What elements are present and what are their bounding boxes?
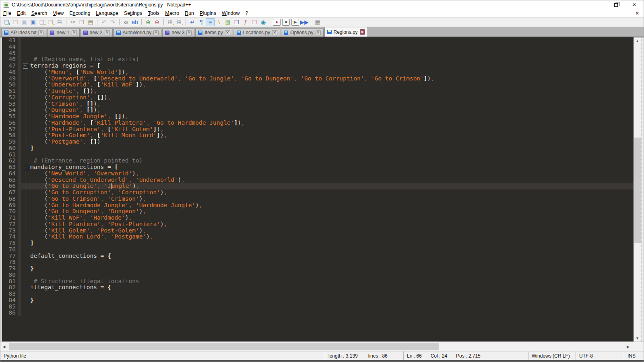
code-text[interactable]: [29, 304, 30, 310]
code-text[interactable]: [29, 37, 30, 44]
undo-icon[interactable]: ↶: [99, 18, 108, 26]
close-button[interactable]: ✕: [625, 0, 644, 9]
macro-save-icon[interactable]: ▦: [313, 18, 322, 26]
menu-window[interactable]: Window: [219, 10, 242, 17]
sync-vertical-icon[interactable]: ⊞▪: [166, 18, 175, 26]
code-text[interactable]: [29, 310, 30, 316]
code-text[interactable]: ('Go to Dungeon', 'Dungeon'),: [29, 208, 146, 215]
menu-view[interactable]: View: [50, 10, 66, 17]
code-text[interactable]: ('Go to Corruption', 'Corruption'),: [29, 189, 167, 196]
tab-close-icon[interactable]: ✕: [72, 30, 77, 35]
code-text[interactable]: ('Jungle', []),: [29, 88, 97, 95]
code-text[interactable]: [29, 44, 30, 50]
code-text[interactable]: [29, 291, 30, 297]
tab-close-icon[interactable]: ✕: [316, 30, 321, 35]
menu-settings[interactable]: Settings: [121, 10, 145, 17]
monitoring-icon[interactable]: ◉: [259, 18, 268, 26]
scroll-left-icon[interactable]: ◀: [0, 342, 8, 351]
code-text[interactable]: ('Kill Moon Lord', 'Postgame'),: [29, 234, 153, 240]
minimize-button[interactable]: —: [588, 0, 607, 9]
document-list-icon[interactable]: ❐: [232, 18, 241, 26]
macro-play-icon[interactable]: ▶: [291, 19, 299, 26]
menu-edit[interactable]: Edit: [14, 10, 29, 17]
code-text[interactable]: ('Overworld', ['Descend to Underworld', …: [29, 76, 434, 82]
fold-collapse-icon[interactable]: [21, 164, 29, 171]
code-text[interactable]: ('Kill Golem', 'Post-Golem'),: [29, 228, 146, 234]
status-insert-mode[interactable]: INS: [624, 352, 644, 360]
tab-close-icon[interactable]: ✕: [272, 30, 277, 35]
code-text[interactable]: terraria_regions = [: [29, 63, 101, 69]
horizontal-scroll-thumb[interactable]: [9, 343, 439, 350]
code-text[interactable]: mandatory_connections = [: [29, 164, 118, 171]
tab-ap-ideas.txt[interactable]: AP Ideas.txt✕: [1, 28, 46, 37]
folder-workspace-icon[interactable]: ❐: [250, 18, 259, 26]
code-text[interactable]: # (Region name, list of exits): [29, 56, 139, 63]
code-text[interactable]: ('Postgame', []): [29, 139, 101, 145]
zoom-out-icon[interactable]: ⊖: [153, 18, 161, 26]
indent-guide-icon[interactable]: ≡: [206, 18, 215, 26]
restore-button[interactable]: [607, 0, 625, 9]
scroll-right-icon[interactable]: ▶: [624, 342, 632, 351]
save-icon[interactable]: ▣: [20, 18, 29, 26]
tab-locations.py[interactable]: Locations.py✕: [234, 28, 280, 37]
define-language-icon[interactable]: ϟ: [215, 18, 223, 26]
code-text[interactable]: illegal_connections = {: [29, 284, 111, 291]
menu-encoding[interactable]: Encoding: [66, 10, 93, 17]
zoom-in-icon[interactable]: ⊕: [144, 18, 153, 26]
code-text[interactable]: ('Go to Jungle', 'Jungle'),: [29, 183, 634, 189]
code-text[interactable]: ('Kill Plantera', 'Post-Plantera'),: [29, 221, 167, 228]
cut-icon[interactable]: ✂: [68, 18, 77, 26]
tab-new-1[interactable]: new 1✕: [47, 28, 79, 37]
code-text[interactable]: # Structure: illegal locations: [29, 278, 139, 285]
vertical-scrollbar[interactable]: ▲ ▼: [634, 37, 641, 341]
menu-search[interactable]: Search: [29, 10, 50, 17]
close-icon[interactable]: ❏−: [37, 18, 46, 26]
code-text[interactable]: ('Post-Plantera', ['Kill Golem']),: [29, 126, 164, 133]
document-close-icon[interactable]: ✕: [634, 10, 640, 16]
tab-new-2[interactable]: new 2✕: [80, 28, 113, 37]
code-text[interactable]: ('Kill WoF', 'Hardmode'),: [29, 215, 132, 221]
tab-close-icon[interactable]: ✕: [38, 30, 43, 35]
tab-close-icon[interactable]: ✕: [105, 30, 110, 35]
menu-tools[interactable]: Tools: [145, 10, 162, 17]
code-text[interactable]: [29, 50, 30, 57]
code-text[interactable]: ('Crimson', []),: [29, 101, 101, 107]
menu-macro[interactable]: Macro: [162, 10, 182, 17]
code-editor[interactable]: 43444546 # (Region name, list of exits)4…: [2, 37, 634, 341]
code-text[interactable]: ('Post-Golem', ['Kill Moon Lord']),: [29, 132, 167, 139]
menu-file[interactable]: File: [0, 10, 14, 17]
tab-new-3[interactable]: new 3✕: [162, 28, 194, 37]
scroll-down-icon[interactable]: ▼: [634, 335, 641, 341]
tab-autoworld.py[interactable]: AutoWorld.py✕: [114, 28, 162, 37]
code-text[interactable]: [29, 272, 30, 278]
menu-run[interactable]: Run: [182, 10, 197, 17]
code-text[interactable]: }: [29, 265, 34, 272]
code-text[interactable]: ('Go to Hardmode Jungle', 'Hardmode Jung…: [29, 202, 202, 209]
code-text[interactable]: ('Hardmode', ['Kill Plantera', 'Go to Ha…: [29, 120, 245, 126]
open-folder-icon[interactable]: ❐: [11, 18, 20, 26]
tab-options.py[interactable]: Options.py✕: [281, 28, 323, 37]
code-text[interactable]: ]: [29, 145, 34, 152]
replace-icon[interactable]: ab: [130, 18, 139, 26]
redo-icon[interactable]: ↷: [108, 18, 117, 26]
code-text[interactable]: # (Entrance, region pointed to): [29, 158, 142, 164]
function-list-icon[interactable]: ƒ: [241, 18, 250, 26]
paste-icon[interactable]: ▤: [86, 18, 95, 26]
new-file-icon[interactable]: ❏+: [2, 18, 11, 26]
vertical-scroll-thumb[interactable]: [634, 138, 641, 243]
code-text[interactable]: ('Menu', ['New World']),: [29, 69, 128, 76]
menu-?[interactable]: ?: [243, 10, 251, 17]
code-text[interactable]: default_connections = {: [29, 253, 111, 259]
tab-close-icon[interactable]: ✕: [186, 30, 192, 35]
code-text[interactable]: [29, 259, 30, 265]
code-text[interactable]: ('Descend to Underworld', 'Underworld'),: [29, 177, 185, 183]
code-text[interactable]: [29, 152, 30, 158]
macro-stop-icon[interactable]: ■: [282, 19, 290, 26]
scroll-up-icon[interactable]: ▲: [634, 37, 641, 44]
macro-record-icon[interactable]: ●: [273, 19, 281, 26]
document-map-icon[interactable]: ▧: [223, 18, 232, 26]
code-text[interactable]: ('New World', 'Overworld'),: [29, 171, 139, 177]
copy-icon[interactable]: ❐: [77, 18, 86, 26]
code-text[interactable]: [29, 247, 30, 253]
tab-close-icon[interactable]: ✕: [153, 30, 159, 35]
